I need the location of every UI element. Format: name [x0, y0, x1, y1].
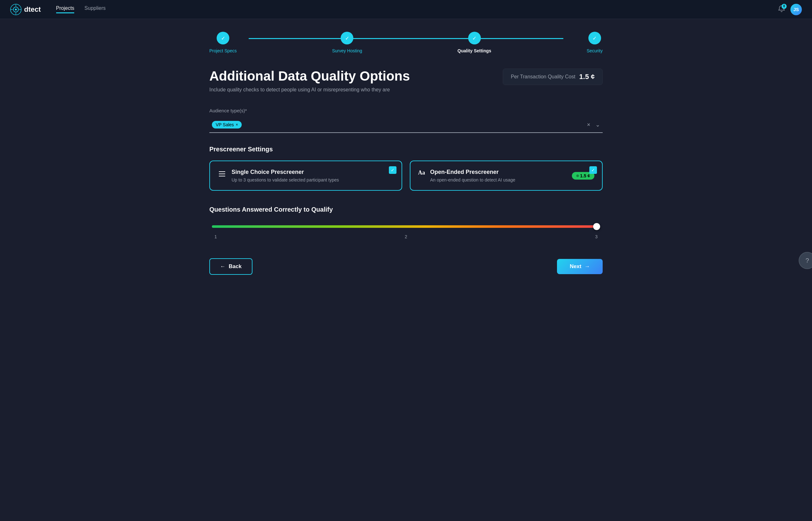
audience-label: Audience type(s)*: [209, 108, 603, 113]
prescreener-card-open-ended[interactable]: Aa Open-Ended Prescreener An open-ended …: [410, 161, 603, 191]
back-arrow-icon: ←: [220, 263, 226, 270]
audience-clear-icon[interactable]: ×: [587, 121, 590, 128]
single-choice-icon: [217, 169, 227, 180]
stepper-label-3: Quality Settings: [457, 48, 491, 53]
open-ended-icon: Aa: [418, 169, 425, 176]
logo-icon: [10, 4, 22, 15]
stepper-check-4: ✓: [593, 35, 597, 41]
slider-container: 1 2 3: [209, 223, 603, 239]
open-ended-price: 1.5 ¢: [580, 173, 590, 178]
notification-badge: 0: [782, 4, 787, 9]
stepper-item-quality-settings[interactable]: ✓ Quality Settings: [457, 32, 491, 53]
stepper-item-survey-hosting[interactable]: ✓ Survey Hosting: [332, 32, 362, 53]
single-choice-check-icon: ✓: [391, 167, 395, 173]
audience-chevron-icon[interactable]: ⌄: [595, 121, 600, 128]
slider-tick-2: 2: [405, 234, 407, 239]
back-label: Back: [229, 263, 242, 270]
page-title: Additional Data Quality Options: [209, 69, 410, 84]
prescreener-cards: Single Choice Prescreener Up to 3 questi…: [209, 161, 603, 191]
user-avatar[interactable]: JS: [790, 4, 802, 15]
stepper-label-4: Security: [586, 48, 603, 53]
main-content: ✓ Project Specs ✓ Survey Hosting ✓ Quali…: [184, 19, 628, 288]
stepper-check-3: ✓: [472, 35, 477, 41]
stepper-label-1: Project Specs: [209, 48, 237, 53]
audience-controls: × ⌄: [587, 121, 600, 128]
page-header: Additional Data Quality Options Include …: [209, 69, 603, 93]
cost-label: Per Transaction Quality Cost: [511, 74, 575, 80]
logo[interactable]: dtect: [10, 4, 41, 15]
open-ended-checkbox[interactable]: ✓: [589, 166, 597, 174]
bell-button[interactable]: 0: [778, 5, 785, 14]
slider-tick-3: 3: [595, 234, 598, 239]
audience-tag-vp-sales[interactable]: VP Sales ×: [212, 121, 242, 129]
next-arrow-icon: →: [585, 263, 590, 270]
open-ended-content: Open-Ended Prescreener An open-ended que…: [430, 169, 567, 182]
nav-link-suppliers[interactable]: Suppliers: [84, 5, 106, 13]
slider-ticks: 1 2 3: [212, 234, 600, 239]
stepper-circle-1: ✓: [217, 32, 229, 44]
back-button[interactable]: ← Back: [209, 258, 253, 275]
stepper-items: ✓ Project Specs ✓ Survey Hosting ✓ Quali…: [209, 32, 603, 53]
audience-section: Audience type(s)* VP Sales × × ⌄: [209, 108, 603, 133]
stepper: ✓ Project Specs ✓ Survey Hosting ✓ Quali…: [209, 32, 603, 53]
audience-select[interactable]: VP Sales × × ⌄: [209, 117, 603, 133]
price-dot-icon: [576, 175, 579, 177]
page-header-left: Additional Data Quality Options Include …: [209, 69, 410, 93]
question-icon: ?: [805, 257, 809, 264]
stepper-check-2: ✓: [345, 35, 349, 41]
cost-value: 1.5 ¢: [579, 73, 595, 81]
stepper-circle-4: ✓: [588, 32, 601, 44]
nav-link-projects[interactable]: Projects: [56, 5, 74, 13]
qualify-title: Questions Answered Correctly to Qualify: [209, 206, 603, 213]
open-ended-desc: An open-ended question to detect AI usag…: [430, 177, 567, 182]
open-ended-check-icon: ✓: [591, 167, 595, 173]
audience-tags: VP Sales ×: [212, 121, 242, 129]
cost-badge: Per Transaction Quality Cost 1.5 ¢: [503, 69, 603, 85]
navbar: dtect Projects Suppliers 0 JS: [0, 0, 812, 19]
tag-label: VP Sales: [216, 122, 234, 127]
stepper-check-1: ✓: [221, 35, 225, 41]
single-choice-content: Single Choice Prescreener Up to 3 questi…: [232, 169, 394, 182]
single-choice-checkbox[interactable]: ✓: [389, 166, 396, 174]
stepper-item-security[interactable]: ✓ Security: [586, 32, 603, 53]
stepper-label-2: Survey Hosting: [332, 48, 362, 53]
prescreener-section: Prescreener Settings Single Choice Presc…: [209, 145, 603, 191]
footer-buttons: ← Back Next →: [209, 258, 603, 275]
prescreener-title: Prescreener Settings: [209, 145, 603, 153]
tag-close-icon[interactable]: ×: [236, 122, 238, 127]
stepper-item-project-specs[interactable]: ✓ Project Specs: [209, 32, 237, 53]
svg-point-2: [15, 8, 17, 10]
nav-right: 0 JS: [778, 4, 802, 15]
page-subtitle: Include quality checks to detect people …: [209, 87, 410, 93]
single-choice-desc: Up to 3 questions to validate selected p…: [232, 177, 394, 182]
open-ended-title: Open-Ended Prescreener: [430, 169, 567, 176]
qualify-section: Questions Answered Correctly to Qualify …: [209, 206, 603, 239]
single-choice-title: Single Choice Prescreener: [232, 169, 394, 176]
next-button[interactable]: Next →: [557, 259, 603, 274]
stepper-circle-3: ✓: [468, 32, 481, 44]
stepper-circle-2: ✓: [341, 32, 353, 44]
logo-text: dtect: [24, 5, 41, 14]
qualify-slider[interactable]: [212, 225, 600, 228]
help-button[interactable]: ?: [799, 252, 812, 269]
prescreener-card-single-choice[interactable]: Single Choice Prescreener Up to 3 questi…: [209, 161, 402, 191]
slider-tick-1: 1: [214, 234, 217, 239]
nav-links: Projects Suppliers: [56, 5, 778, 13]
next-label: Next: [570, 263, 581, 270]
